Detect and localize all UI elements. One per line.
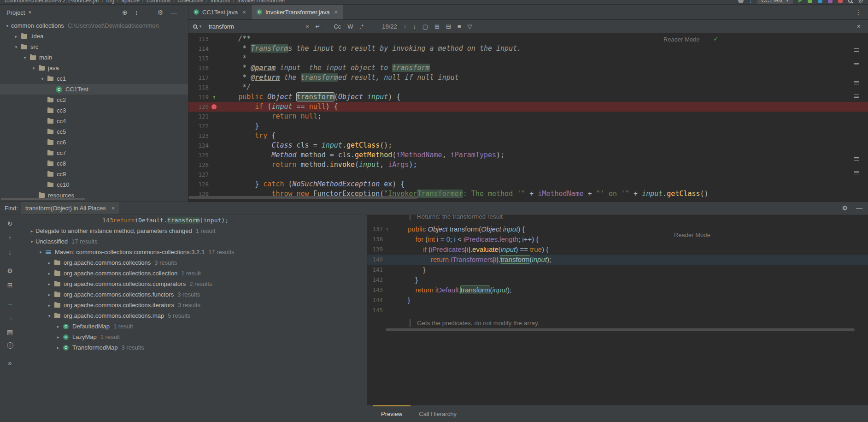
result-group-lazymap[interactable]: ▸CLazyMap1 result <box>21 332 366 342</box>
exclude-occurrence-icon[interactable]: ⊟ <box>446 23 451 30</box>
clear-search-icon[interactable]: × <box>305 23 309 30</box>
search-input[interactable]: transform <box>209 23 299 30</box>
find-in-selection-icon[interactable]: ▢ <box>422 23 428 30</box>
tree-chevron-icon[interactable]: ▾ <box>12 45 20 49</box>
export-icon[interactable]: ▤ <box>6 328 14 336</box>
project-panel-title[interactable]: Project <box>6 9 25 16</box>
tree-chevron-icon[interactable]: ▸ <box>46 261 53 265</box>
inspections-ok-icon[interactable]: ✓ <box>713 35 719 42</box>
stop-icon[interactable] <box>838 0 843 3</box>
project-tree-item-cc10[interactable]: cc10 <box>0 179 188 190</box>
editor-tab-invokertransformer-java[interactable]: CInvokerTransformer.java× <box>252 5 343 19</box>
tree-chevron-icon[interactable]: ▸ <box>28 229 35 233</box>
project-tree-item-cc3[interactable]: cc3 <box>0 105 188 116</box>
project-tree-item-cc7[interactable]: cc7 <box>0 148 188 158</box>
tree-chevron-icon[interactable]: ▸ <box>46 282 53 286</box>
tree-chevron-icon[interactable]: ▸ <box>46 271 53 276</box>
tab-call-hierarchy[interactable]: Call Hierarchy <box>411 405 465 422</box>
next-occurrence-icon[interactable]: ↓ <box>6 248 14 256</box>
autoscroll-to-source-icon[interactable]: → <box>6 314 14 322</box>
close-tab-icon[interactable]: × <box>111 205 115 212</box>
result-group-transformedmap[interactable]: ▸CTransformedMap3 results <box>21 342 366 353</box>
project-tree-item-src[interactable]: ▾src <box>0 42 188 52</box>
editor-tab-cc1test-java[interactable]: CCC1Test.java× <box>188 5 252 19</box>
project-tree-item-main[interactable]: ▾main <box>0 52 188 63</box>
breadcrumb-item[interactable]: commons <box>147 0 170 4</box>
view-options-icon[interactable]: ⚙ <box>6 267 14 275</box>
breadcrumb-item[interactable]: InvokerTransformer <box>237 0 285 4</box>
hide-panel-icon[interactable]: — <box>170 9 177 16</box>
result-group-org-apache-commons-collections-comparators[interactable]: ▸org.apache.commons.collections.comparat… <box>21 279 366 289</box>
breadcrumb-item[interactable]: collections <box>178 0 204 4</box>
run-config-select[interactable]: CC1Test▼ <box>757 0 793 4</box>
result-group-defaultedmap[interactable]: ▸CDefaultedMap1 result <box>21 321 366 332</box>
profiler-icon[interactable] <box>828 0 833 3</box>
tree-chevron-icon[interactable]: ▾ <box>39 77 46 81</box>
breadcrumb-item[interactable]: functors <box>211 0 230 4</box>
project-tree-item-java[interactable]: ▾java <box>0 63 188 73</box>
newline-icon[interactable]: ↵ <box>316 23 321 30</box>
close-tab-icon[interactable]: × <box>242 9 246 16</box>
whole-words-toggle[interactable]: W <box>347 23 353 30</box>
breakpoint-icon[interactable] <box>211 104 217 109</box>
project-tree-item-cc4[interactable]: cc4 <box>0 116 188 126</box>
tree-chevron-icon[interactable]: ▾ <box>30 66 37 71</box>
override-method-icon[interactable]: ↑ <box>386 224 389 234</box>
filter-lines-icon[interactable]: ≡ <box>457 23 461 30</box>
tree-chevron-icon[interactable]: ▸ <box>12 34 20 39</box>
project-tree-item-cc2[interactable]: cc2 <box>0 95 188 105</box>
vcs-update-icon[interactable]: ↓ <box>749 0 752 4</box>
panel-settings-icon[interactable]: ⚙ <box>158 9 164 16</box>
project-tree-item--idea[interactable]: ▸.idea <box>0 31 188 42</box>
breadcrumb-item[interactable]: apache <box>121 0 139 4</box>
result-group-org-apache-commons-collections-iterators[interactable]: ▸org.apache.commons.collections.iterator… <box>21 300 366 310</box>
result-group-unclassified[interactable]: ▾Unclassified17 results <box>21 236 366 247</box>
pin-tab-icon[interactable]: ⊞ <box>6 281 14 289</box>
result-group-org-apache-commons-collections-functors[interactable]: ▸org.apache.commons.collections.functors… <box>21 289 366 300</box>
tree-chevron-icon[interactable]: ▸ <box>54 324 62 329</box>
find-results-tab[interactable]: transform(Object) in All Places × <box>21 202 119 214</box>
jump-to-source-icon[interactable]: → <box>6 299 14 308</box>
breadcrumb-item[interactable]: commons-collections-3.2.1-sources.jar <box>5 0 99 4</box>
search-history-chevron-icon[interactable]: ▼ <box>199 24 202 29</box>
horizontal-scrollbar[interactable] <box>188 196 418 199</box>
tree-chevron-icon[interactable]: ▸ <box>54 345 62 350</box>
tree-chevron-icon[interactable]: ▸ <box>54 335 62 339</box>
tree-chevron-icon[interactable]: ▸ <box>46 292 53 297</box>
match-case-toggle[interactable]: Cc <box>334 23 341 30</box>
reader-mode-label[interactable]: Reader Mode <box>663 36 700 43</box>
usage-row[interactable]: 143 return iDefault.transform(input); <box>21 215 366 226</box>
close-search-icon[interactable]: × <box>857 23 861 30</box>
horizontal-scrollbar[interactable] <box>386 328 855 331</box>
next-match-icon[interactable]: ↓ <box>413 23 416 30</box>
breadcrumb-item[interactable]: org <box>106 0 114 4</box>
horizontal-scrollbar[interactable] <box>1 198 85 200</box>
project-tree-item-cc1[interactable]: ▾cc1 <box>0 73 188 84</box>
rerun-search-icon[interactable]: ↻ <box>6 220 14 228</box>
result-group-maven-commons-collections-commons-collections-3-2-1[interactable]: ▾Maven: commons-collections:commons-coll… <box>21 247 366 257</box>
hide-find-panel-icon[interactable]: — <box>856 204 862 212</box>
tab-preview[interactable]: Preview <box>373 405 411 422</box>
previous-match-icon[interactable]: ↑ <box>404 23 407 30</box>
code-editor[interactable]: 113 /**114 * Transforms the input to res… <box>188 33 868 202</box>
project-tree-item-cc1test[interactable]: CCC1Test <box>0 84 188 95</box>
tree-chevron-icon[interactable]: ▾ <box>21 55 29 60</box>
coverage-icon[interactable] <box>818 0 822 3</box>
locate-file-icon[interactable]: ⊕ <box>122 9 128 16</box>
find-settings-icon[interactable]: ⚙ <box>842 204 848 212</box>
search-icon[interactable] <box>193 24 197 29</box>
run-icon[interactable] <box>798 0 802 3</box>
editor-options-icon[interactable]: ⋮ <box>855 8 862 16</box>
search-filter-icon[interactable]: ▽ <box>468 23 472 30</box>
project-tree-item-cc5[interactable]: cc5 <box>0 126 188 137</box>
settings-icon[interactable]: ⚙ <box>858 0 863 4</box>
tree-chevron-icon[interactable]: ▾ <box>46 314 53 318</box>
result-group-org-apache-commons-collections-collection[interactable]: ▸org.apache.commons.collections.collecti… <box>21 268 366 279</box>
close-tab-icon[interactable]: × <box>334 9 338 16</box>
tree-chevron-icon[interactable]: ▾ <box>28 239 35 244</box>
regex-toggle[interactable]: .* <box>360 23 364 30</box>
result-group-delegate-to-another-instance-method-parameters-changed[interactable]: ▸Delegate to another instance method, pa… <box>21 226 366 236</box>
collapse-all-icon[interactable]: ↕ <box>135 9 138 16</box>
result-group-org-apache-commons-collections[interactable]: ▸org.apache.commons.collections3 results <box>21 257 366 268</box>
debug-icon[interactable] <box>808 0 812 3</box>
